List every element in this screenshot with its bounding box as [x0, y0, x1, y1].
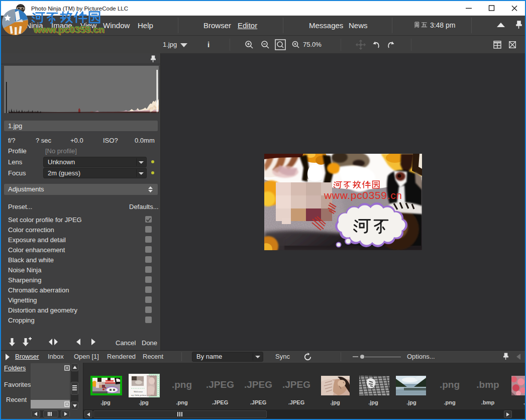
svg-text:Welcome: Welcome — [134, 390, 143, 393]
svg-text:www.pc0359.cn: www.pc0359.cn — [324, 189, 402, 201]
svg-text:my little prince: my little prince — [131, 394, 147, 396]
